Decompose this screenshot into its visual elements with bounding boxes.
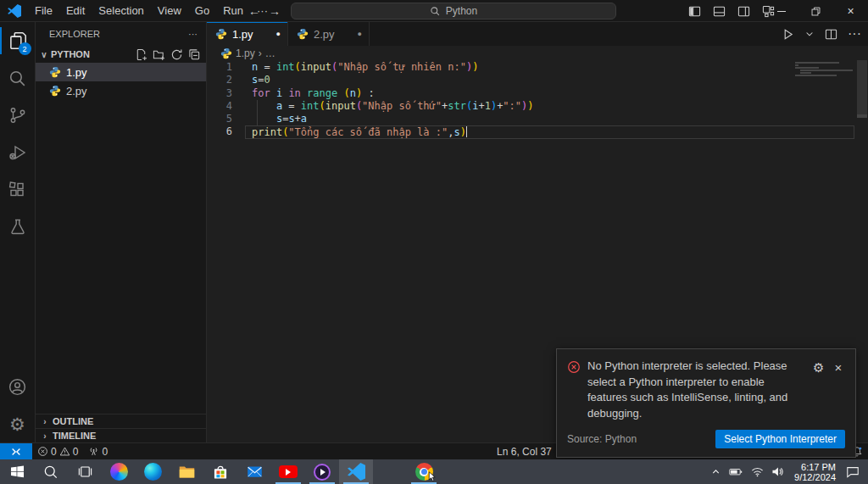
menu-selection[interactable]: Selection <box>92 4 150 17</box>
python-file-icon <box>215 28 227 40</box>
problems-indicator[interactable]: 0 0 <box>32 446 83 458</box>
testing-beaker-icon <box>8 217 28 237</box>
menu-bar: File Edit Selection View Go Run ··· <box>28 4 275 17</box>
run-python-file-icon[interactable] <box>782 28 794 41</box>
task-view-button[interactable] <box>68 459 102 484</box>
activitybar-source-control[interactable] <box>0 97 36 134</box>
run-dropdown-chevron-icon[interactable] <box>804 29 815 39</box>
menu-run[interactable]: Run <box>216 4 250 17</box>
mail-button[interactable] <box>237 459 271 484</box>
explorer-badge: 2 <box>19 42 31 55</box>
editor-more-actions[interactable]: ··· <box>848 26 861 42</box>
chrome-button[interactable] <box>407 459 441 484</box>
breadcrumb-file[interactable]: 1.py <box>236 47 255 59</box>
action-center-icon[interactable] <box>846 465 860 478</box>
notification-settings-gear-icon[interactable]: ⚙ <box>813 360 824 376</box>
toggle-secondary-sidebar-icon[interactable] <box>737 5 750 18</box>
toggle-sidebar-icon[interactable] <box>688 5 701 18</box>
line-number: 3 <box>207 87 245 100</box>
scrollbar-slider[interactable] <box>857 60 867 118</box>
menu-view[interactable]: View <box>151 4 188 17</box>
forward-button[interactable]: → <box>269 4 281 18</box>
remote-indicator[interactable] <box>0 443 32 459</box>
task-view-icon <box>77 464 93 480</box>
minimap[interactable] <box>795 62 854 77</box>
folder-name: PYTHON <box>51 49 90 59</box>
activitybar-extensions[interactable] <box>0 171 36 209</box>
youtube-button[interactable] <box>271 459 305 484</box>
taskbar-clock[interactable]: 6:17 PM 9/12/2024 <box>792 462 838 482</box>
close-window-button[interactable]: × <box>833 0 868 22</box>
restore-button[interactable] <box>798 0 833 22</box>
code-line-1[interactable]: 1n = int(input("Nhập số tự nhiên n:")) <box>207 61 868 74</box>
activitybar-testing[interactable] <box>0 209 36 246</box>
timeline-section[interactable]: › TIMELINE <box>36 428 206 442</box>
line-number: 4 <box>207 100 245 113</box>
volume-icon[interactable] <box>771 466 784 477</box>
toggle-panel-icon[interactable] <box>713 5 726 18</box>
tab-2py[interactable]: 2.py ● <box>288 22 370 46</box>
split-editor-icon[interactable] <box>825 28 837 41</box>
gear-icon: ⚙ <box>9 415 25 433</box>
file-item-1py[interactable]: 1.py <box>36 63 206 81</box>
account-icon <box>7 376 28 398</box>
cursor-position[interactable]: Ln 6, Col 37 <box>492 446 557 458</box>
chevron-right-icon: › <box>40 417 50 426</box>
refresh-icon[interactable] <box>170 48 183 61</box>
select-python-interpreter-button[interactable]: Select Python Interpreter <box>715 430 845 448</box>
search-box[interactable]: Python <box>291 3 616 19</box>
folder-section-header[interactable]: ∨ PYTHON <box>36 46 206 63</box>
menu-file[interactable]: File <box>28 4 59 17</box>
code-line-4[interactable]: 4 a = int(input("Nhập số thứ"+str(i+1)+"… <box>207 100 868 113</box>
layout-controls <box>688 0 775 22</box>
vscode-taskbar-button[interactable] <box>339 459 373 484</box>
microsoft-store-button[interactable] <box>203 459 237 484</box>
python-file-icon <box>49 85 61 97</box>
code-line-3[interactable]: 3for i in range (n) : <box>207 87 868 100</box>
notification-close-icon[interactable]: × <box>834 360 842 375</box>
activitybar-run-debug[interactable] <box>0 134 36 171</box>
vscode-logo-icon[interactable] <box>8 4 21 18</box>
ports-indicator[interactable]: 0 <box>83 446 113 458</box>
activitybar-accounts[interactable] <box>0 368 36 405</box>
back-button[interactable]: ← <box>248 4 260 18</box>
tab-label: 2.py <box>314 28 353 41</box>
modified-dot-icon[interactable]: ● <box>276 30 281 38</box>
new-folder-icon[interactable] <box>153 48 165 61</box>
tab-1py[interactable]: 1.py ● <box>207 22 288 46</box>
file-item-2py[interactable]: 2.py <box>36 81 206 100</box>
modified-dot-icon[interactable]: ● <box>358 30 362 38</box>
new-file-icon[interactable] <box>135 48 147 61</box>
edge-button[interactable] <box>136 459 170 484</box>
start-button[interactable] <box>0 459 34 484</box>
tray-chevron-up-icon[interactable] <box>710 466 721 477</box>
breadcrumb[interactable]: 1.py › … <box>207 46 868 60</box>
activitybar-explorer[interactable]: 2 <box>0 22 36 59</box>
windows-taskbar: 6:17 PM 9/12/2024 <box>0 459 868 484</box>
explorer-sidebar: EXPLORER ··· ∨ PYTHON 1.py <box>36 22 207 442</box>
collapse-all-icon[interactable] <box>188 48 201 61</box>
media-player-icon <box>314 464 331 481</box>
outline-section[interactable]: › OUTLINE <box>36 414 206 428</box>
code-line-5[interactable]: 5 s=s+a <box>207 113 868 125</box>
wifi-icon[interactable] <box>751 467 764 477</box>
activitybar-search[interactable] <box>0 59 36 97</box>
file-explorer-button[interactable] <box>170 459 203 484</box>
code-line-2[interactable]: 2s=0 <box>207 74 868 86</box>
media-player-button[interactable] <box>305 459 339 484</box>
source-control-icon <box>8 105 28 125</box>
line-number: 1 <box>207 61 245 74</box>
copilot-button[interactable] <box>102 459 136 484</box>
sidebar-more-actions[interactable]: ··· <box>188 29 198 39</box>
menu-go[interactable]: Go <box>188 4 216 17</box>
battery-icon[interactable] <box>729 467 743 476</box>
code-line-6[interactable]: 6print("Tổng các số đã nhập là :",s) <box>207 125 868 138</box>
menu-edit[interactable]: Edit <box>59 4 92 17</box>
taskbar-search-button[interactable] <box>34 459 68 484</box>
breadcrumb-symbol[interactable]: … <box>265 47 275 59</box>
minimize-button[interactable] <box>764 0 798 22</box>
notification-message: No Python interpreter is selected. Pleas… <box>587 359 806 421</box>
activitybar-settings[interactable]: ⚙ <box>0 405 36 442</box>
editor-scrollbar[interactable] <box>856 60 868 442</box>
chevron-down-icon: ∨ <box>39 50 49 59</box>
